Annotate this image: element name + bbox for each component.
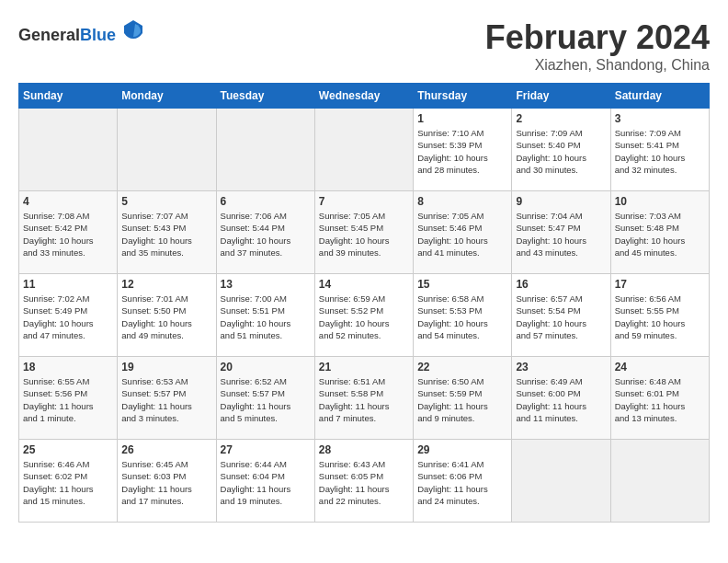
day-number: 26 <box>121 443 211 456</box>
day-info: Sunrise: 6:53 AM Sunset: 5:57 PM Dayligh… <box>121 375 211 424</box>
calendar-day-cell: 1Sunrise: 7:10 AM Sunset: 5:39 PM Daylig… <box>414 109 512 191</box>
calendar-day-cell: 13Sunrise: 7:00 AM Sunset: 5:51 PM Dayli… <box>216 274 314 357</box>
day-number: 18 <box>23 361 113 373</box>
calendar-day-cell: 24Sunrise: 6:48 AM Sunset: 6:01 PM Dayli… <box>610 357 709 440</box>
day-info: Sunrise: 7:08 AM Sunset: 5:42 PM Dayligh… <box>23 210 113 259</box>
calendar-subtitle: Xiazhen, Shandong, China <box>485 57 710 74</box>
calendar-day-cell: 21Sunrise: 6:51 AM Sunset: 5:58 PM Dayli… <box>314 357 413 440</box>
day-number: 5 <box>121 195 211 208</box>
day-info: Sunrise: 6:49 AM Sunset: 6:00 PM Dayligh… <box>516 375 606 424</box>
day-info: Sunrise: 6:48 AM Sunset: 6:01 PM Dayligh… <box>615 375 705 424</box>
calendar-day-cell: 25Sunrise: 6:46 AM Sunset: 6:02 PM Dayli… <box>19 440 118 523</box>
calendar-week-row: 11Sunrise: 7:02 AM Sunset: 5:49 PM Dayli… <box>19 274 710 357</box>
day-number: 3 <box>615 112 705 125</box>
day-number: 2 <box>516 112 606 125</box>
day-info: Sunrise: 6:50 AM Sunset: 5:59 PM Dayligh… <box>417 375 507 424</box>
calendar-week-row: 18Sunrise: 6:55 AM Sunset: 5:56 PM Dayli… <box>19 357 710 440</box>
day-number: 24 <box>615 361 705 373</box>
day-number: 10 <box>615 195 705 208</box>
day-number: 25 <box>23 443 113 456</box>
calendar-day-cell: 5Sunrise: 7:07 AM Sunset: 5:43 PM Daylig… <box>118 191 216 274</box>
day-number: 13 <box>221 278 311 291</box>
calendar-day-cell: 20Sunrise: 6:52 AM Sunset: 5:57 PM Dayli… <box>216 357 314 440</box>
calendar-day-cell <box>118 109 216 191</box>
day-number: 6 <box>221 195 311 208</box>
calendar-day-cell <box>512 440 610 523</box>
calendar-day-cell: 27Sunrise: 6:44 AM Sunset: 6:04 PM Dayli… <box>216 440 314 523</box>
calendar-day-cell: 6Sunrise: 7:06 AM Sunset: 5:44 PM Daylig… <box>216 191 314 274</box>
day-number: 15 <box>417 278 507 291</box>
day-number: 29 <box>417 443 507 456</box>
day-info: Sunrise: 7:05 AM Sunset: 5:46 PM Dayligh… <box>417 210 507 259</box>
day-info: Sunrise: 6:52 AM Sunset: 5:57 PM Dayligh… <box>221 375 311 424</box>
day-number: 7 <box>319 195 409 208</box>
header-row: SundayMondayTuesdayWednesdayThursdayFrid… <box>19 84 710 109</box>
calendar-day-cell <box>610 440 709 523</box>
day-of-week-header: Sunday <box>19 84 118 109</box>
day-number: 16 <box>516 278 606 291</box>
day-number: 14 <box>319 278 409 291</box>
calendar-day-cell: 16Sunrise: 6:57 AM Sunset: 5:54 PM Dayli… <box>512 274 610 357</box>
day-number: 8 <box>417 195 507 208</box>
day-info: Sunrise: 6:59 AM Sunset: 5:52 PM Dayligh… <box>319 293 409 341</box>
logo-general-text: GeneralBlue <box>18 18 144 45</box>
calendar-day-cell: 12Sunrise: 7:01 AM Sunset: 5:50 PM Dayli… <box>118 274 216 357</box>
calendar-title: February 2024 <box>485 18 710 57</box>
day-number: 4 <box>23 195 113 208</box>
calendar-day-cell: 8Sunrise: 7:05 AM Sunset: 5:46 PM Daylig… <box>414 191 512 274</box>
day-number: 22 <box>417 361 507 373</box>
calendar-day-cell: 14Sunrise: 6:59 AM Sunset: 5:52 PM Dayli… <box>314 274 413 357</box>
calendar-week-row: 4Sunrise: 7:08 AM Sunset: 5:42 PM Daylig… <box>19 191 710 274</box>
calendar-day-cell: 2Sunrise: 7:09 AM Sunset: 5:40 PM Daylig… <box>512 109 610 191</box>
logo: GeneralBlue <box>18 18 144 45</box>
calendar-day-cell: 23Sunrise: 6:49 AM Sunset: 6:00 PM Dayli… <box>512 357 610 440</box>
day-info: Sunrise: 6:45 AM Sunset: 6:03 PM Dayligh… <box>121 458 211 507</box>
day-info: Sunrise: 7:05 AM Sunset: 5:45 PM Dayligh… <box>319 210 409 259</box>
calendar-day-cell: 4Sunrise: 7:08 AM Sunset: 5:42 PM Daylig… <box>19 191 118 274</box>
day-of-week-header: Monday <box>118 84 216 109</box>
day-number: 12 <box>121 278 211 291</box>
day-of-week-header: Thursday <box>414 84 512 109</box>
calendar-day-cell: 10Sunrise: 7:03 AM Sunset: 5:48 PM Dayli… <box>610 191 709 274</box>
calendar-day-cell: 7Sunrise: 7:05 AM Sunset: 5:45 PM Daylig… <box>314 191 413 274</box>
day-info: Sunrise: 6:55 AM Sunset: 5:56 PM Dayligh… <box>23 375 113 424</box>
day-info: Sunrise: 7:10 AM Sunset: 5:39 PM Dayligh… <box>417 127 507 176</box>
calendar-table: SundayMondayTuesdayWednesdayThursdayFrid… <box>18 83 710 523</box>
day-info: Sunrise: 7:01 AM Sunset: 5:50 PM Dayligh… <box>121 293 211 341</box>
calendar-day-cell: 9Sunrise: 7:04 AM Sunset: 5:47 PM Daylig… <box>512 191 610 274</box>
calendar-week-row: 25Sunrise: 6:46 AM Sunset: 6:02 PM Dayli… <box>19 440 710 523</box>
day-info: Sunrise: 7:07 AM Sunset: 5:43 PM Dayligh… <box>121 210 211 259</box>
day-number: 28 <box>319 443 409 456</box>
day-number: 19 <box>121 361 211 373</box>
day-of-week-header: Saturday <box>610 84 709 109</box>
day-number: 20 <box>221 361 311 373</box>
day-number: 27 <box>221 443 311 456</box>
day-number: 11 <box>23 278 113 291</box>
day-of-week-header: Tuesday <box>216 84 314 109</box>
day-info: Sunrise: 6:56 AM Sunset: 5:55 PM Dayligh… <box>615 293 705 341</box>
calendar-week-row: 1Sunrise: 7:10 AM Sunset: 5:39 PM Daylig… <box>19 109 710 191</box>
calendar-header: GeneralBlue February 2024 Xiazhen, Shand… <box>18 18 710 74</box>
day-info: Sunrise: 6:44 AM Sunset: 6:04 PM Dayligh… <box>221 458 311 507</box>
calendar-day-cell <box>216 109 314 191</box>
day-info: Sunrise: 7:09 AM Sunset: 5:41 PM Dayligh… <box>615 127 705 176</box>
calendar-day-cell: 29Sunrise: 6:41 AM Sunset: 6:06 PM Dayli… <box>414 440 512 523</box>
day-info: Sunrise: 7:06 AM Sunset: 5:44 PM Dayligh… <box>221 210 311 259</box>
calendar-day-cell: 26Sunrise: 6:45 AM Sunset: 6:03 PM Dayli… <box>118 440 216 523</box>
title-area: February 2024 Xiazhen, Shandong, China <box>485 18 710 74</box>
day-info: Sunrise: 7:02 AM Sunset: 5:49 PM Dayligh… <box>23 293 113 341</box>
day-number: 9 <box>516 195 606 208</box>
calendar-day-cell: 3Sunrise: 7:09 AM Sunset: 5:41 PM Daylig… <box>610 109 709 191</box>
day-info: Sunrise: 7:03 AM Sunset: 5:48 PM Dayligh… <box>615 210 705 259</box>
day-info: Sunrise: 7:00 AM Sunset: 5:51 PM Dayligh… <box>221 293 311 341</box>
day-info: Sunrise: 7:09 AM Sunset: 5:40 PM Dayligh… <box>516 127 606 176</box>
day-info: Sunrise: 6:41 AM Sunset: 6:06 PM Dayligh… <box>417 458 507 507</box>
day-number: 21 <box>319 361 409 373</box>
calendar-day-cell: 22Sunrise: 6:50 AM Sunset: 5:59 PM Dayli… <box>414 357 512 440</box>
day-number: 1 <box>417 112 507 125</box>
calendar-day-cell: 28Sunrise: 6:43 AM Sunset: 6:05 PM Dayli… <box>314 440 413 523</box>
day-number: 17 <box>615 278 705 291</box>
day-of-week-header: Wednesday <box>314 84 413 109</box>
day-info: Sunrise: 6:58 AM Sunset: 5:53 PM Dayligh… <box>417 293 507 341</box>
calendar-day-cell <box>19 109 118 191</box>
